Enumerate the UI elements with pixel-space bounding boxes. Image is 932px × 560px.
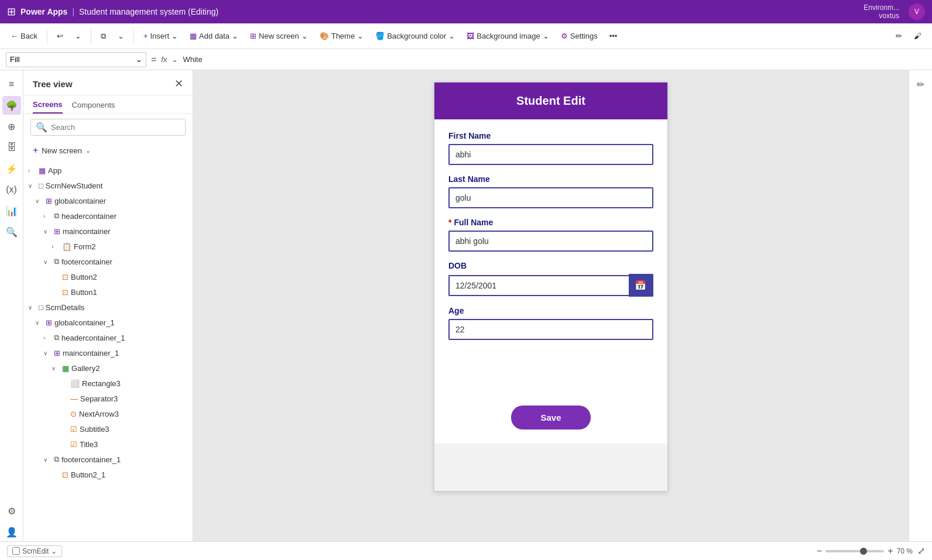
footercontainer1-chevron-icon: ∨ [43, 456, 52, 463]
screen-checkbox[interactable] [12, 547, 20, 555]
account-icon-btn[interactable]: 👤 [2, 523, 21, 541]
headercontainer-label: headercontainer [61, 212, 117, 221]
headercontainer1-icon: ⧉ [54, 333, 59, 342]
field-input-age[interactable] [448, 319, 653, 340]
nextarrow3-label: NextArrow3 [79, 410, 119, 418]
tab-components[interactable]: Components [72, 100, 115, 114]
tree-item-headercontainer1[interactable]: › ⧉ headercontainer_1 [23, 330, 193, 345]
tree-item-form2[interactable]: › 📋 Form2 [23, 239, 193, 254]
insert-button[interactable]: + Insert ⌄ [139, 29, 183, 43]
button1-label: Button1 [71, 288, 97, 297]
zoom-plus-button[interactable]: + [888, 546, 893, 556]
footercontainer-icon: ⧉ [54, 257, 59, 266]
button2-1-icon: ⊡ [62, 470, 68, 479]
gallery2-icon: ▦ [62, 364, 69, 373]
tree-item-title3[interactable]: ☑ Title3 [23, 437, 193, 452]
user-avatar[interactable]: V [909, 4, 925, 20]
new-screen-icon: ⊞ [250, 32, 256, 40]
tree-item-separator3[interactable]: — Separator3 [23, 391, 193, 406]
scrnNewStudent-icon: □ [39, 181, 43, 190]
chevron-icon: ⌄ [172, 55, 178, 64]
footercontainer-label: footercontainer [61, 257, 112, 266]
tree-item-globalcontainer1[interactable]: ∨ ⊞ globalcontainer_1 [23, 315, 193, 330]
right-sidebar-btn-1[interactable]: ✏ [912, 75, 930, 94]
tree-item-scrnNewStudent[interactable]: ∨ □ ScrnNewStudent [23, 178, 193, 193]
brush-button[interactable]: 🖌 [909, 29, 926, 43]
form2-label: Form2 [74, 242, 96, 251]
tree-item-gallery2[interactable]: ∨ ▦ Gallery2 [23, 360, 193, 376]
tree-view-button[interactable]: 🌳 [2, 96, 21, 115]
zoom-minus-button[interactable]: − [817, 546, 822, 556]
new-screen-button[interactable]: ⊞ New screen ⌄ [245, 29, 313, 43]
background-color-button[interactable]: 🪣 Background color ⌄ [371, 29, 460, 43]
rectangle3-icon: ⬜ [70, 379, 80, 388]
analytics-button[interactable]: 📊 [2, 201, 21, 220]
tree-item-nextarrow3[interactable]: ⊙ NextArrow3 [23, 406, 193, 421]
scrnNewStudent-label: ScrnNewStudent [46, 181, 103, 190]
globalcontainer-label: globalcontainer [54, 197, 106, 205]
maincontainer1-chevron-icon: ∨ [43, 350, 52, 356]
undo-button[interactable]: ↩ [52, 29, 68, 43]
bottom-bar: ScrnEdit ⌄ − + 70 % ⤢ [0, 541, 932, 560]
headercontainer1-chevron-icon: › [43, 335, 52, 341]
new-screen-chevron-icon: ⌄ [301, 32, 308, 40]
property-dropdown[interactable]: Fill ⌄ [6, 52, 146, 67]
tree-item-globalcontainer[interactable]: ∨ ⊞ globalcontainer [23, 193, 193, 208]
tree-item-maincontainer[interactable]: ∨ ⊞ maincontainer [23, 224, 193, 239]
search-icon-btn[interactable]: 🔍 [2, 222, 21, 241]
tree-item-scrnDetails[interactable]: ∨ □ ScrnDetails [23, 300, 193, 315]
headercontainer-chevron-icon: › [43, 213, 52, 219]
formula-eq-symbol: = [151, 54, 156, 65]
add-data-button[interactable]: ▦ Add data ⌄ [185, 29, 243, 43]
add-component-button[interactable]: ⊕ [2, 117, 21, 136]
toolbar-sep-1 [47, 29, 47, 43]
data-button[interactable]: 🗄 [2, 138, 21, 157]
undo-more-button[interactable]: ⌄ [70, 29, 86, 43]
settings-icon-btn[interactable]: ⚙ [2, 501, 21, 520]
tree-item-footercontainer[interactable]: ∨ ⧉ footercontainer [23, 254, 193, 269]
tree-close-button[interactable]: ✕ [174, 77, 183, 90]
tree-item-subtitle3[interactable]: ☑ Subtitle3 [23, 421, 193, 437]
field-input-fullname[interactable] [448, 231, 653, 252]
more-button[interactable]: ••• [605, 29, 622, 43]
tree-item-app[interactable]: › ▦ App [23, 163, 193, 178]
nextarrow3-icon: ⊙ [70, 410, 77, 418]
save-button[interactable]: Save [511, 406, 590, 430]
tab-screens[interactable]: Screens [33, 100, 63, 114]
field-input-firstname[interactable] [448, 144, 653, 165]
pencil-button[interactable]: ✏ [891, 29, 907, 43]
tree-item-button1[interactable]: ⊡ Button1 [23, 284, 193, 300]
back-button[interactable]: ← Back [6, 29, 42, 43]
app-chevron-icon: › [28, 167, 36, 174]
zoom-slider-thumb[interactable] [860, 548, 867, 555]
maincontainer1-label: maincontainer_1 [63, 349, 119, 358]
theme-button[interactable]: 🎨 Theme ⌄ [315, 29, 368, 43]
field-input-dob[interactable] [448, 275, 629, 296]
tree-item-headercontainer[interactable]: › ⧉ headercontainer [23, 208, 193, 224]
hamburger-menu-button[interactable]: ≡ [2, 75, 21, 94]
screen-tag[interactable]: ScrnEdit ⌄ [7, 545, 62, 557]
settings-button[interactable]: ⚙ Settings [556, 29, 602, 43]
scrnDetails-icon: □ [39, 303, 43, 312]
tree-item-rectangle3[interactable]: ⬜ Rectangle3 [23, 376, 193, 391]
fit-screen-button[interactable]: ⤢ [917, 545, 925, 556]
search-input[interactable] [51, 123, 180, 132]
new-screen-tree-button[interactable]: + New screen ⌄ [30, 143, 186, 158]
tree-item-maincontainer1[interactable]: ∨ ⊞ maincontainer_1 [23, 345, 193, 360]
tree-item-footercontainer1[interactable]: ∨ ⧉ footercontainer_1 [23, 452, 193, 467]
copy-icon: ⧉ [101, 32, 106, 41]
calendar-button[interactable]: 📅 [629, 274, 653, 297]
background-image-button[interactable]: 🖼 Background image ⌄ [462, 29, 553, 43]
search-icon: 🔍 [36, 122, 47, 133]
tree-item-button2[interactable]: ⊡ Button2 [23, 269, 193, 284]
tree-item-button2-1[interactable]: ⊡ Button2_1 [23, 467, 193, 482]
insert-plus-icon: + [143, 32, 148, 40]
zoom-slider[interactable] [825, 550, 884, 552]
canvas-area: Student Edit First Name Last Name [193, 70, 909, 541]
variables-button[interactable]: (x) [2, 180, 21, 199]
copy-more-button[interactable]: ⌄ [113, 29, 129, 43]
waffle-icon[interactable]: ⊞ [7, 5, 16, 18]
power-automate-button[interactable]: ⚡ [2, 159, 21, 178]
field-input-lastname[interactable] [448, 187, 653, 208]
copy-button[interactable]: ⧉ [96, 29, 111, 43]
